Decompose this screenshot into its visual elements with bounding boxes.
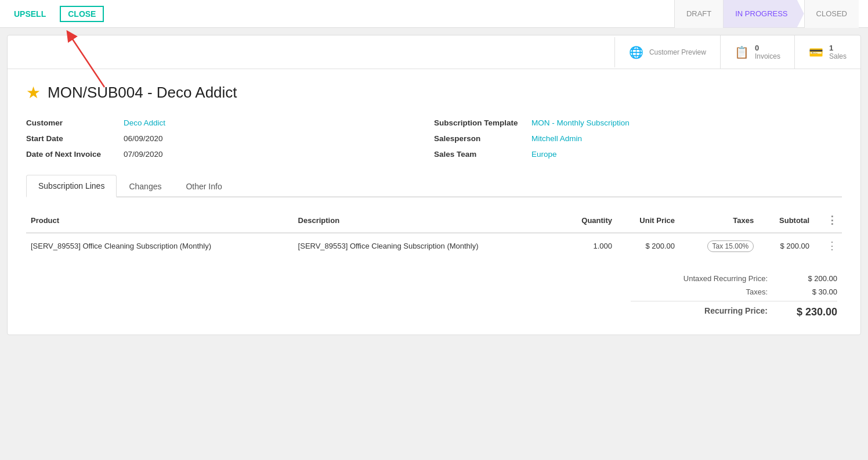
close-button[interactable]: CLOSE bbox=[60, 6, 104, 22]
tabs-bar: Subscription Lines Changes Other Info bbox=[26, 175, 842, 197]
start-date-field: Start Date 06/09/2020 bbox=[26, 134, 434, 143]
taxes-total-label: Taxes: bbox=[640, 288, 768, 296]
col-subtotal: Subtotal bbox=[758, 209, 814, 233]
customer-value[interactable]: Deco Addict bbox=[124, 118, 165, 127]
status-closed[interactable]: CLOSED bbox=[804, 0, 859, 28]
main-card: 🌐 Customer Preview 📋 0 Invoices 💳 1 Sale… bbox=[7, 35, 861, 335]
sales-team-value[interactable]: Europe bbox=[531, 150, 557, 159]
untaxed-total-row: Untaxed Recurring Price: $ 200.00 bbox=[26, 272, 842, 285]
tab-changes[interactable]: Changes bbox=[117, 175, 173, 197]
next-invoice-value: 07/09/2020 bbox=[124, 150, 163, 159]
globe-icon: 🌐 bbox=[629, 45, 643, 59]
sales-stat[interactable]: 💳 1 Sales bbox=[794, 35, 860, 69]
cell-description: [SERV_89553] Office Cleaning Subscriptio… bbox=[294, 233, 561, 258]
status-in-progress[interactable]: IN PROGRESS bbox=[723, 0, 804, 28]
status-draft[interactable]: DRAFT bbox=[674, 0, 723, 28]
tax-badge: Tax 15.00% bbox=[707, 240, 754, 252]
tab-other-info[interactable]: Other Info bbox=[173, 175, 234, 197]
customer-preview-stat[interactable]: 🌐 Customer Preview bbox=[614, 37, 720, 67]
recurring-label: Recurring Price: bbox=[640, 306, 768, 318]
cell-quantity: 1.000 bbox=[560, 233, 617, 258]
col-quantity: Quantity bbox=[560, 209, 617, 233]
record-title-row: ★ MON/SUB004 - Deco Addict bbox=[26, 83, 842, 102]
cell-unit-price: $ 200.00 bbox=[617, 233, 679, 258]
total-divider bbox=[631, 301, 837, 301]
salesperson-value[interactable]: Mitchell Admin bbox=[531, 134, 582, 143]
col-product: Product bbox=[26, 209, 294, 233]
cell-product: [SERV_89553] Office Cleaning Subscriptio… bbox=[26, 233, 294, 258]
credit-card-icon: 💳 bbox=[809, 45, 823, 59]
fields-left: Customer Deco Addict Start Date 06/09/20… bbox=[26, 118, 434, 159]
subscription-template-field: Subscription Template MON - Monthly Subs… bbox=[434, 118, 842, 127]
untaxed-label: Untaxed Recurring Price: bbox=[640, 274, 768, 283]
customer-field: Customer Deco Addict bbox=[26, 118, 434, 127]
top-bar: UPSELL CLOSE DRAFT IN PROGRESS CLOSED bbox=[0, 0, 868, 28]
invoices-stat[interactable]: 📋 0 Invoices bbox=[720, 35, 794, 69]
fields-right: Subscription Template MON - Monthly Subs… bbox=[434, 118, 842, 159]
totals-section: Untaxed Recurring Price: $ 200.00 Taxes:… bbox=[26, 267, 842, 321]
status-bar: DRAFT IN PROGRESS CLOSED bbox=[674, 0, 859, 28]
recurring-total-row: Recurring Price: $ 230.00 bbox=[26, 304, 842, 321]
table-row: [SERV_89553] Office Cleaning Subscriptio… bbox=[26, 233, 842, 258]
salesperson-field: Salesperson Mitchell Admin bbox=[434, 134, 842, 143]
start-date-value: 06/09/2020 bbox=[124, 134, 163, 143]
subscription-template-value[interactable]: MON - Monthly Subscription bbox=[531, 118, 630, 127]
untaxed-value: $ 200.00 bbox=[791, 274, 837, 283]
taxes-total-value: $ 30.00 bbox=[791, 288, 837, 296]
sales-team-field: Sales Team Europe bbox=[434, 150, 842, 159]
file-icon: 📋 bbox=[735, 45, 749, 59]
upsell-button[interactable]: UPSELL bbox=[9, 7, 50, 21]
more-header-icon: ⋮ bbox=[827, 214, 837, 226]
top-bar-actions: UPSELL CLOSE bbox=[9, 6, 104, 22]
cell-more: ⋮ bbox=[814, 233, 842, 258]
subscription-table: Product Description Quantity Unit Price … bbox=[26, 209, 842, 258]
row-more-icon[interactable]: ⋮ bbox=[827, 240, 837, 251]
col-taxes: Taxes bbox=[679, 209, 758, 233]
next-invoice-field: Date of Next Invoice 07/09/2020 bbox=[26, 150, 434, 159]
col-unit-price: Unit Price bbox=[617, 209, 679, 233]
cell-subtotal: $ 200.00 bbox=[758, 233, 814, 258]
record-title: MON/SUB004 - Deco Addict bbox=[48, 84, 237, 102]
col-more: ⋮ bbox=[814, 209, 842, 233]
col-description: Description bbox=[294, 209, 561, 233]
star-icon[interactable]: ★ bbox=[26, 83, 41, 102]
taxes-total-row: Taxes: $ 30.00 bbox=[26, 285, 842, 299]
tab-subscription-lines[interactable]: Subscription Lines bbox=[26, 175, 117, 197]
card-stats-bar: 🌐 Customer Preview 📋 0 Invoices 💳 1 Sale… bbox=[8, 35, 860, 69]
recurring-value: $ 230.00 bbox=[791, 306, 837, 318]
card-body: ★ MON/SUB004 - Deco Addict Customer Deco… bbox=[8, 69, 860, 335]
cell-taxes: Tax 15.00% bbox=[679, 233, 758, 258]
fields-grid: Customer Deco Addict Start Date 06/09/20… bbox=[26, 118, 842, 159]
